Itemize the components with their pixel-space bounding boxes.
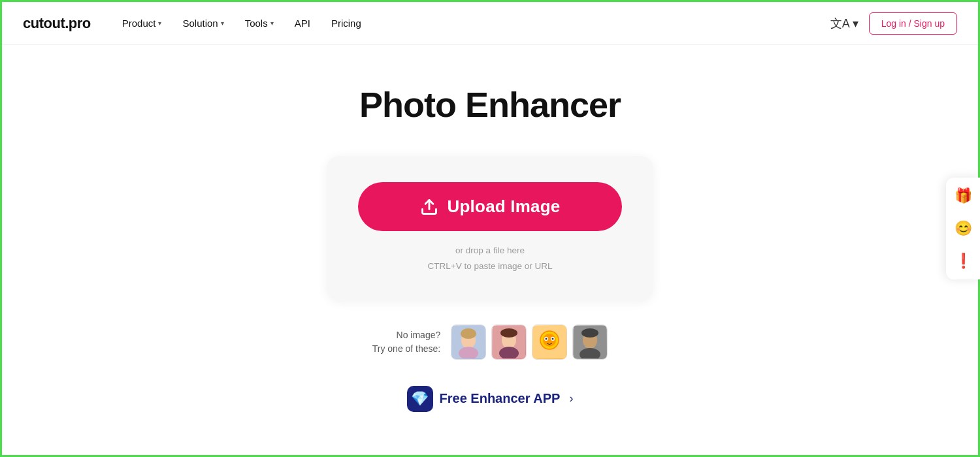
feedback-icon[interactable]: ❗ (953, 251, 973, 272)
login-signup-button[interactable]: Log in / Sign up (869, 12, 957, 35)
sample-row: No image? Try one of these: (372, 324, 608, 360)
chevron-down-icon: ▾ (270, 20, 274, 27)
language-switcher[interactable]: 文A ▾ (830, 16, 858, 31)
sample-image-1[interactable] (451, 324, 486, 360)
header: cutout.pro Product ▾ Solution ▾ Tools ▾ … (2, 2, 978, 45)
arrow-right-icon: › (569, 392, 573, 405)
drop-hint: or drop a file here CTRL+V to paste imag… (428, 243, 553, 275)
app-icon: 💎 (407, 386, 433, 412)
chevron-down-icon: ▾ (221, 20, 224, 27)
main-content: Photo Enhancer Upload Image or drop a fi… (2, 45, 978, 412)
header-right: 文A ▾ Log in / Sign up (830, 12, 957, 35)
svg-point-8 (500, 328, 517, 338)
sample-image-3[interactable] (532, 324, 567, 360)
nav-solution[interactable]: Solution ▾ (182, 18, 223, 29)
svg-point-14 (546, 338, 547, 339)
avatar-icon[interactable]: 😊 (953, 218, 973, 239)
sample-label: No image? Try one of these: (372, 328, 441, 356)
sample-images (451, 324, 608, 360)
page-title: Photo Enhancer (359, 84, 621, 125)
app-link[interactable]: 💎 Free Enhancer APP › (407, 386, 574, 412)
gift-icon[interactable]: 🎁 (953, 185, 973, 206)
upload-icon (420, 198, 438, 216)
svg-point-4 (461, 328, 476, 339)
nav-pricing[interactable]: Pricing (331, 18, 361, 29)
chevron-down-icon: ▾ (853, 16, 858, 31)
upload-image-button[interactable]: Upload Image (358, 182, 622, 231)
sidebar-right: 🎁 😊 ❗ (946, 178, 980, 279)
site-logo[interactable]: cutout.pro (23, 15, 91, 32)
app-link-label: Free Enhancer APP (440, 391, 561, 406)
sample-image-4[interactable] (572, 324, 608, 360)
upload-button-label: Upload Image (448, 197, 561, 217)
nav-product[interactable]: Product ▾ (122, 18, 162, 29)
svg-point-15 (552, 338, 554, 339)
sample-image-2[interactable] (491, 324, 527, 360)
main-nav: Product ▾ Solution ▾ Tools ▾ API Pricing (122, 18, 830, 29)
nav-tools[interactable]: Tools ▾ (245, 18, 274, 29)
chevron-down-icon: ▾ (158, 20, 161, 27)
upload-card: Upload Image or drop a file here CTRL+V … (327, 156, 653, 301)
translate-icon: 文A (830, 16, 850, 31)
svg-point-19 (581, 328, 598, 338)
nav-api[interactable]: API (295, 18, 310, 29)
